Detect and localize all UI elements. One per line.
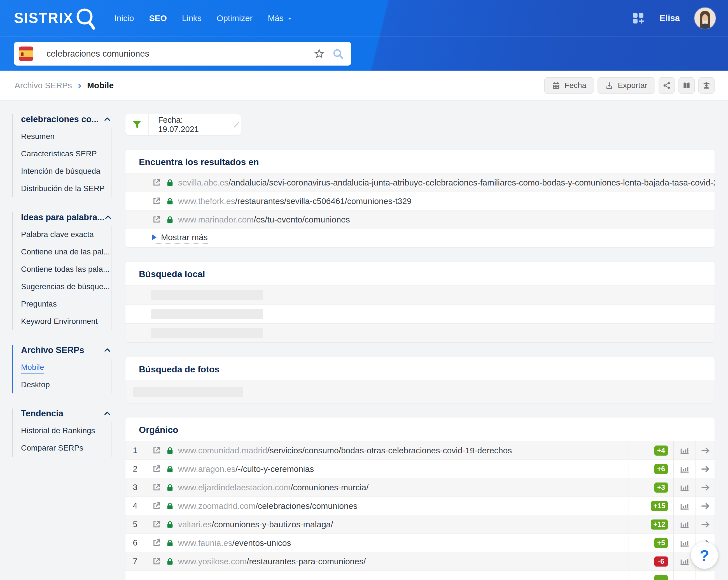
placeholder-bar [133, 387, 243, 397]
favorite-star-icon[interactable] [314, 48, 325, 59]
sidebar-item[interactable]: Distribución de la SERP [21, 180, 111, 197]
external-link-icon[interactable] [152, 483, 161, 492]
nav-item-más[interactable]: Más [268, 14, 293, 23]
result-domain[interactable]: www.thefork.es [178, 196, 235, 206]
chevron-up-icon[interactable] [104, 347, 111, 354]
search-input[interactable] [38, 49, 314, 59]
arrow-right-icon[interactable] [700, 482, 710, 493]
result-path[interactable]: /comuniones-murcia/ [291, 483, 368, 492]
row-gutter [125, 324, 145, 343]
nav-item-inicio[interactable]: Inicio [114, 14, 134, 23]
sidebar-item[interactable]: Desktop [21, 376, 111, 394]
result-domain[interactable]: valtari.es [178, 520, 212, 529]
sidebar-item[interactable]: Características SERP [21, 145, 111, 162]
sidebar-item[interactable]: Mobile [21, 359, 111, 376]
sidebar-group-header[interactable]: celebraciones co... [21, 114, 112, 124]
arrow-right-icon[interactable] [700, 464, 710, 474]
sistrix-logo[interactable]: SISTRIX [14, 6, 96, 31]
show-more-button[interactable]: Mostrar más [152, 232, 208, 244]
bar-chart-icon[interactable] [679, 482, 690, 493]
external-link-icon[interactable] [152, 178, 161, 187]
result-path[interactable]: /es/tu-evento/comuniones [254, 215, 350, 224]
external-link-icon[interactable] [152, 538, 161, 548]
external-link-icon[interactable] [152, 464, 161, 474]
apps-grid-icon[interactable] [631, 11, 645, 25]
sidebar-item[interactable]: Preguntas [21, 295, 111, 313]
rank-number: 1 [133, 446, 137, 455]
filter-funnel-icon [132, 120, 142, 130]
result-path[interactable]: /restaurantes/sevilla-c506461/comuniones… [235, 196, 411, 206]
result-domain[interactable]: www.eljardindelaestacion.com [178, 483, 291, 492]
external-link-icon[interactable] [152, 520, 161, 529]
sidebar-item[interactable]: Comparar SERPs [21, 439, 111, 457]
sidebar-group-title: Archivo SERPs [21, 345, 84, 355]
result-domain[interactable]: www.comunidad.madrid [178, 446, 267, 455]
result-path[interactable]: /comuniones-y-bautizos-malaga/ [212, 520, 333, 529]
sidebar-group-header[interactable]: Tendencia [21, 408, 112, 419]
result-path[interactable]: /restaurantes-para-comuniones/ [247, 557, 366, 566]
chevron-up-icon[interactable] [104, 410, 111, 417]
sidebar-item[interactable]: Contiene todas las pala... [21, 260, 111, 278]
breadcrumb-parent[interactable]: Archivo SERPs [15, 81, 72, 90]
sidebar-group-header[interactable]: Archivo SERPs [21, 345, 112, 355]
arrow-right-icon[interactable] [700, 520, 710, 530]
arrow-right-icon[interactable] [700, 501, 710, 511]
date-button[interactable]: Fecha [544, 77, 594, 94]
sidebar-item[interactable]: Resumen [21, 128, 111, 145]
sidebar-item[interactable]: Keyword Environment [21, 313, 111, 330]
bar-chart-icon[interactable] [679, 501, 690, 511]
edit-pencil-icon[interactable] [232, 121, 241, 129]
bar-chart-icon[interactable] [679, 556, 690, 567]
result-path[interactable]: /andalucia/sevi-coronavirus-andalucia-ju… [229, 178, 714, 187]
result-domain[interactable]: www.aragon.es [178, 464, 235, 474]
date-button-label: Fecha [565, 81, 586, 90]
sidebar-item[interactable]: Intención de búsqueda [21, 162, 111, 180]
external-link-icon[interactable] [152, 196, 161, 206]
arrow-cell [696, 478, 714, 497]
date-filter-chip[interactable]: Fecha: 19.07.2021 [125, 114, 241, 135]
external-link-icon[interactable] [152, 446, 161, 455]
result-domain[interactable]: sevilla.abc.es [178, 178, 229, 187]
external-link-icon[interactable] [152, 215, 161, 224]
help-button[interactable]: ? [691, 542, 718, 569]
result-domain[interactable]: www.yosilose.com [178, 557, 247, 566]
result-path[interactable]: /celebraciones/comuniones [256, 501, 358, 511]
nav-item-label: Links [182, 14, 202, 23]
avatar[interactable] [694, 7, 716, 29]
result-path[interactable]: /eventos-unicos [232, 538, 291, 548]
avatar-image [694, 7, 716, 29]
country-selector[interactable] [14, 42, 38, 66]
result-path[interactable]: /servicios/consumo/bodas-otras-celebraci… [267, 446, 512, 455]
bar-chart-icon[interactable] [679, 538, 690, 548]
nav-item-links[interactable]: Links [182, 14, 202, 23]
external-link-icon[interactable] [152, 557, 161, 566]
nav-item-optimizer[interactable]: Optimizer [217, 14, 253, 23]
export-button[interactable]: Exportar [598, 77, 655, 94]
result-domain[interactable]: www.faunia.es [178, 538, 232, 548]
chevron-right-icon [76, 83, 83, 89]
handbook-button[interactable] [678, 77, 695, 94]
sidebar-item[interactable]: Contiene una de las pal... [21, 243, 111, 260]
bar-chart-icon[interactable] [679, 464, 690, 474]
sidebar-group-header[interactable]: Ideas para palabra... [21, 212, 112, 223]
sidebar-item[interactable]: Palabra clave exacta [21, 226, 111, 243]
search-icon[interactable] [332, 48, 344, 60]
chevron-up-icon[interactable] [104, 116, 111, 123]
chevron-up-icon[interactable] [104, 214, 112, 221]
nav-item-seo[interactable]: SEO [149, 14, 166, 23]
external-link-icon[interactable] [152, 501, 161, 511]
result-path[interactable]: /-/culto-y-ceremonias [235, 464, 314, 474]
result-domain[interactable]: www.zoomadrid.com [178, 501, 256, 511]
bar-chart-icon[interactable] [679, 519, 690, 530]
user-name[interactable]: Elisa [660, 13, 680, 23]
bar-chart-icon[interactable] [679, 445, 690, 456]
sidebar-item[interactable]: Sugerencias de búsque... [21, 278, 111, 295]
lock-icon [166, 557, 174, 566]
arrow-cell [696, 497, 714, 515]
result-domain[interactable]: www.marinador.com [178, 215, 254, 224]
tutorial-button[interactable] [698, 77, 714, 94]
nav-item-label: Más [268, 14, 284, 23]
share-button[interactable] [658, 77, 675, 94]
arrow-right-icon[interactable] [700, 446, 710, 456]
sidebar-item[interactable]: Historial de Rankings [21, 422, 111, 439]
